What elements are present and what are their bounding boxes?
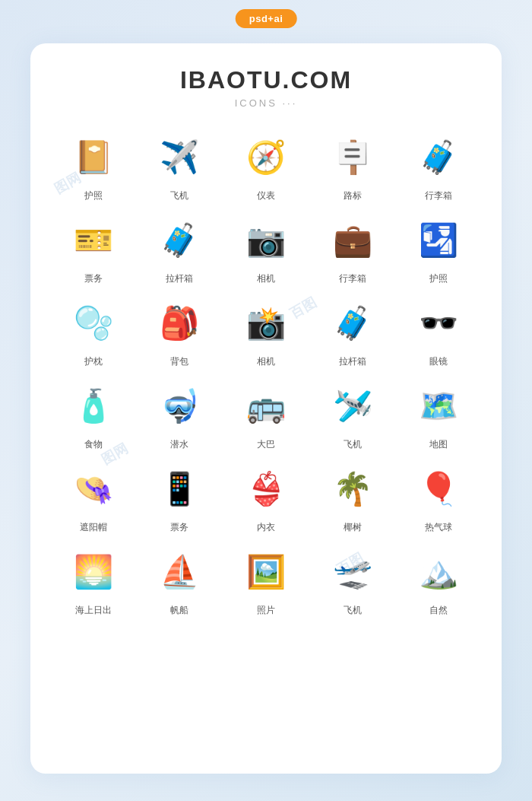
icon-label-signpost: 路标 bbox=[344, 189, 362, 202]
icon-item-sunrise: 🌅海上日出 bbox=[53, 545, 134, 617]
icon-label-luggage: 拉杆箱 bbox=[166, 272, 193, 285]
icon-label-compass: 仪表 bbox=[257, 189, 275, 202]
icon-item-pillow: 🫧护枕 bbox=[53, 296, 134, 368]
icon-item-compass: 🧭仪表 bbox=[226, 130, 306, 202]
icon-item-passport1: 📔护照 bbox=[53, 130, 134, 202]
icon-balloon: 🎈 bbox=[411, 462, 466, 517]
icon-label-camera2: 相机 bbox=[257, 355, 275, 368]
icon-label-sunrise: 海上日出 bbox=[75, 604, 112, 617]
icon-sunrise: 🌅 bbox=[66, 545, 121, 599]
icon-bus: 🚌 bbox=[239, 379, 293, 434]
main-card: 图网 百图 图网 百图 IBAOTU.COM ICONS ··· 📔护照✈️飞机… bbox=[30, 43, 502, 774]
icon-label-balloon: 热气球 bbox=[425, 521, 452, 534]
icon-palmtree: 🌴 bbox=[325, 462, 380, 517]
icon-item-food: 🧴食物 bbox=[53, 379, 134, 451]
icon-passport1: 📔 bbox=[66, 130, 121, 185]
icon-item-trolley: 🧳拉杆箱 bbox=[312, 296, 393, 368]
icon-label-camera1: 相机 bbox=[257, 272, 275, 285]
card-header: IBAOTU.COM ICONS ··· bbox=[46, 66, 486, 109]
icon-glasses: 🕶️ bbox=[411, 296, 466, 351]
icon-label-passport2: 护照 bbox=[429, 272, 448, 285]
icon-label-palmtree: 椰树 bbox=[344, 521, 362, 534]
icon-suitcase2: 💼 bbox=[325, 213, 380, 268]
icon-label-backpack: 背包 bbox=[170, 355, 188, 368]
icon-item-bus: 🚌大巴 bbox=[226, 379, 306, 451]
icon-item-camera1: 📷相机 bbox=[226, 213, 306, 285]
icon-item-photo: 🖼️照片 bbox=[226, 545, 306, 617]
icon-food: 🧴 bbox=[66, 379, 121, 434]
icon-label-passport1: 护照 bbox=[84, 189, 103, 202]
icon-item-hat: 👒遮阳帽 bbox=[53, 462, 134, 534]
icon-passport2: 🛂 bbox=[411, 213, 466, 268]
icons-grid: 📔护照✈️飞机🧭仪表🪧路标🧳行李箱🎫票务🧳拉杆箱📷相机💼行李箱🛂护照🫧护枕🎒背包… bbox=[46, 130, 486, 617]
icon-item-plane2: 🛩️飞机 bbox=[312, 379, 393, 451]
icon-photo: 🖼️ bbox=[239, 545, 293, 599]
icon-item-luggage: 🧳拉杆箱 bbox=[140, 213, 220, 285]
icon-hat: 👒 bbox=[66, 462, 121, 517]
icon-item-map: 🗺️地图 bbox=[398, 379, 479, 451]
icon-item-palmtree: 🌴椰树 bbox=[312, 462, 393, 534]
icon-pillow: 🫧 bbox=[66, 296, 121, 351]
icon-luggage: 🧳 bbox=[152, 213, 207, 268]
icon-label-glasses: 眼镜 bbox=[429, 355, 448, 368]
icon-label-food: 食物 bbox=[84, 438, 103, 451]
icon-diving: 🤿 bbox=[152, 379, 207, 434]
site-subtitle: ICONS ··· bbox=[46, 97, 486, 109]
icon-item-camera2: 📸相机 bbox=[226, 296, 306, 368]
icon-item-nature: 🏔️自然 bbox=[398, 545, 479, 617]
icon-item-passport2: 🛂护照 bbox=[398, 213, 479, 285]
icon-item-signpost: 🪧路标 bbox=[312, 130, 393, 202]
icon-item-plane1: ✈️飞机 bbox=[140, 130, 220, 202]
icon-nature: 🏔️ bbox=[411, 545, 466, 599]
icon-camera1: 📷 bbox=[239, 213, 293, 268]
icon-item-diving: 🤿潜水 bbox=[140, 379, 220, 451]
icon-label-photo: 照片 bbox=[257, 604, 275, 617]
icon-ticket: 🎫 bbox=[66, 213, 121, 268]
icon-item-glasses: 🕶️眼镜 bbox=[398, 296, 479, 368]
icon-label-trolley: 拉杆箱 bbox=[339, 355, 366, 368]
icon-plane3: 🛫 bbox=[325, 545, 380, 599]
icon-label-plane3: 飞机 bbox=[344, 604, 362, 617]
icon-label-phone: 票务 bbox=[170, 521, 188, 534]
icon-item-plane3: 🛫飞机 bbox=[312, 545, 393, 617]
icon-label-diving: 潜水 bbox=[170, 438, 188, 451]
icon-label-plane2: 飞机 bbox=[344, 438, 362, 451]
icon-item-suitcase2: 💼行李箱 bbox=[312, 213, 393, 285]
icon-phone: 📱 bbox=[152, 462, 207, 517]
site-title: IBAOTU.COM bbox=[46, 66, 486, 94]
icon-label-nature: 自然 bbox=[429, 604, 448, 617]
icon-label-ticket: 票务 bbox=[84, 272, 103, 285]
icon-bikini: 👙 bbox=[239, 462, 293, 517]
icon-suitcase1: 🧳 bbox=[411, 130, 466, 185]
icon-item-suitcase1: 🧳行李箱 bbox=[398, 130, 479, 202]
icon-sailboat: ⛵ bbox=[152, 545, 207, 599]
icon-label-suitcase2: 行李箱 bbox=[339, 272, 366, 285]
icon-item-balloon: 🎈热气球 bbox=[398, 462, 479, 534]
icon-trolley: 🧳 bbox=[325, 296, 380, 351]
icon-item-ticket: 🎫票务 bbox=[53, 213, 134, 285]
icon-plane2: 🛩️ bbox=[325, 379, 380, 434]
icon-compass: 🧭 bbox=[239, 130, 293, 185]
icon-map: 🗺️ bbox=[411, 379, 466, 434]
icon-label-map: 地图 bbox=[429, 438, 448, 451]
format-badge: psd+ai bbox=[236, 9, 297, 28]
icon-label-sailboat: 帆船 bbox=[170, 604, 188, 617]
icon-plane1: ✈️ bbox=[152, 130, 207, 185]
icon-item-phone: 📱票务 bbox=[140, 462, 220, 534]
icon-label-hat: 遮阳帽 bbox=[80, 521, 107, 534]
icon-signpost: 🪧 bbox=[325, 130, 380, 185]
icon-backpack: 🎒 bbox=[152, 296, 207, 351]
icon-item-sailboat: ⛵帆船 bbox=[140, 545, 220, 617]
icon-label-bus: 大巴 bbox=[257, 438, 275, 451]
icon-label-plane1: 飞机 bbox=[170, 189, 188, 202]
icon-item-bikini: 👙内衣 bbox=[226, 462, 306, 534]
icon-label-bikini: 内衣 bbox=[257, 521, 275, 534]
icon-label-pillow: 护枕 bbox=[84, 355, 103, 368]
icon-label-suitcase1: 行李箱 bbox=[425, 189, 452, 202]
icon-camera2: 📸 bbox=[239, 296, 293, 351]
icon-item-backpack: 🎒背包 bbox=[140, 296, 220, 368]
